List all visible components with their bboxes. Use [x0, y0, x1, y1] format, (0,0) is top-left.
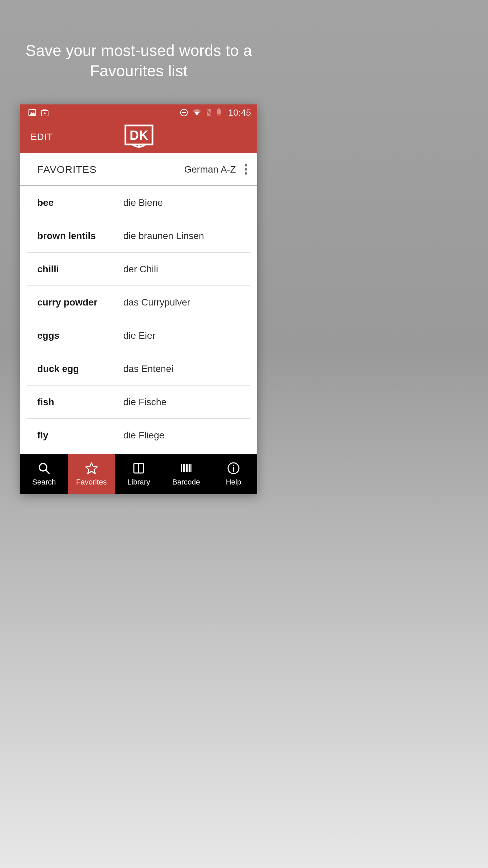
word-translation: das Currypulver [123, 297, 247, 308]
do-not-disturb-icon [180, 108, 188, 117]
svg-rect-20 [183, 464, 184, 472]
status-time: 10:45 [228, 107, 251, 118]
word-translation: die braunen Linsen [123, 231, 247, 241]
word-english: fish [37, 397, 123, 408]
svg-rect-22 [186, 464, 187, 472]
list-item[interactable]: fly die Fliege [27, 419, 250, 452]
word-translation: das Entenei [123, 363, 247, 374]
battery-low-icon [217, 108, 222, 117]
app-bar: EDIT DK [20, 121, 257, 153]
book-icon [132, 461, 145, 475]
favorites-title: FAVORITES [37, 164, 97, 175]
svg-rect-28 [233, 467, 234, 472]
star-icon [85, 461, 98, 475]
tab-label: Library [127, 478, 150, 487]
svg-rect-6 [182, 112, 186, 113]
svg-rect-3 [43, 109, 46, 111]
word-translation: die Fische [123, 397, 247, 408]
list-item[interactable]: chilli der Chili [27, 253, 250, 286]
svg-rect-10 [217, 114, 221, 116]
tab-barcode[interactable]: Barcode [162, 454, 210, 494]
svg-point-27 [233, 465, 234, 466]
no-sim-icon [206, 108, 212, 117]
word-english: brown lentils [37, 231, 123, 241]
list-item[interactable]: brown lentils die braunen Linsen [27, 219, 250, 253]
svg-rect-24 [189, 464, 190, 472]
tab-help[interactable]: Help [210, 454, 257, 494]
word-english: eggs [37, 330, 123, 341]
dk-logo: DK [122, 123, 156, 151]
status-bar: 10:45 [20, 104, 257, 121]
wifi-icon [192, 109, 202, 116]
promo-headline: Save your most-used words to a Favourite… [0, 0, 278, 105]
list-item[interactable]: eggs die Eier [27, 319, 250, 352]
svg-marker-1 [30, 112, 35, 115]
svg-text:DK: DK [129, 128, 148, 142]
tab-bar: Search Favorites Library [20, 454, 257, 494]
list-item[interactable]: duck egg das Entenei [27, 352, 250, 386]
svg-rect-19 [181, 464, 182, 472]
tab-label: Search [32, 478, 56, 487]
svg-rect-8 [218, 108, 220, 110]
svg-marker-16 [86, 463, 97, 474]
play-store-notification-icon [41, 109, 49, 116]
tab-label: Help [226, 478, 241, 487]
image-notification-icon [28, 109, 36, 116]
barcode-icon [179, 461, 193, 475]
list-item[interactable]: bee die Biene [27, 186, 250, 219]
word-english: chilli [37, 264, 123, 275]
svg-rect-21 [184, 464, 185, 472]
tab-library[interactable]: Library [115, 454, 163, 494]
favorites-list: bee die Biene brown lentils die braunen … [20, 186, 257, 454]
favorites-header: FAVORITES German A-Z [20, 153, 257, 186]
search-icon [37, 461, 51, 475]
word-translation: die Fliege [123, 430, 247, 441]
tab-label: Favorites [76, 478, 106, 487]
svg-rect-23 [187, 464, 188, 472]
word-translation: die Eier [123, 330, 247, 341]
word-english: duck egg [37, 363, 123, 374]
sort-dropdown[interactable]: German A-Z [184, 164, 236, 175]
word-translation: der Chili [123, 264, 247, 275]
word-english: curry powder [37, 297, 123, 308]
info-icon [227, 461, 240, 475]
tab-label: Barcode [172, 478, 200, 487]
tab-search[interactable]: Search [20, 454, 68, 494]
list-item[interactable]: curry powder das Currypulver [27, 286, 250, 319]
more-options-button[interactable] [243, 163, 248, 176]
word-translation: die Biene [123, 197, 247, 208]
word-english: fly [37, 430, 123, 441]
word-english: bee [37, 197, 123, 208]
svg-rect-0 [29, 110, 36, 116]
svg-line-15 [46, 470, 49, 473]
phone-frame: 10:45 EDIT DK FAVORITES German A-Z bee d… [20, 104, 257, 494]
edit-button[interactable]: EDIT [30, 132, 53, 142]
svg-marker-4 [44, 112, 46, 114]
list-item[interactable]: fish die Fische [27, 386, 250, 419]
tab-favorites[interactable]: Favorites [68, 454, 115, 494]
svg-rect-25 [190, 464, 191, 472]
